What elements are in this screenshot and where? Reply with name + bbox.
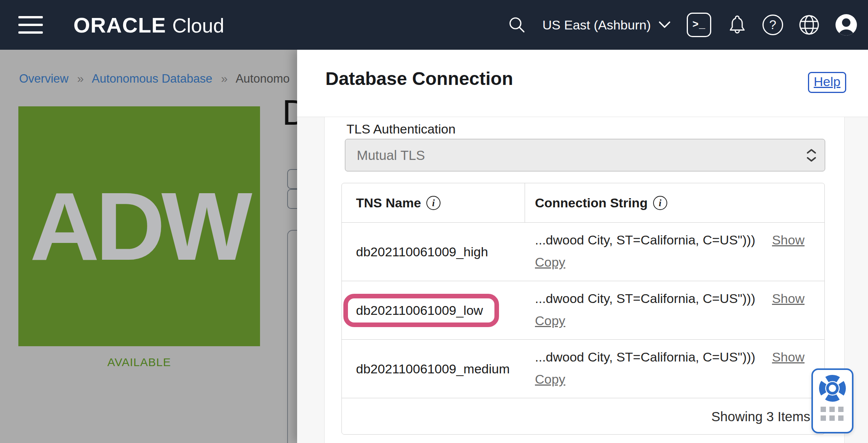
info-icon[interactable]: i bbox=[653, 196, 667, 210]
support-widget-button[interactable] bbox=[811, 368, 853, 433]
tls-select-value: Mutual TLS bbox=[357, 148, 425, 163]
cloud-shell-icon[interactable]: >_ bbox=[687, 13, 711, 37]
page-title: Database Connection bbox=[325, 68, 513, 89]
breadcrumb-autonomous-database-link[interactable]: Autonomous Database bbox=[92, 72, 212, 85]
topbar-actions: US East (Ashburn) >_ ? bbox=[508, 13, 857, 37]
column-header-tns-name: TNS Name i bbox=[356, 183, 441, 223]
select-spinner-icon bbox=[806, 148, 816, 162]
panel-header: Database Connection Help bbox=[297, 50, 868, 117]
connection-string-cell: ...dwood City, ST=California, C=US"))) S… bbox=[535, 340, 805, 398]
table-row: db202110061009_high ...dwood City, ST=Ca… bbox=[342, 223, 824, 281]
tls-authentication-label: TLS Authentication bbox=[346, 122, 455, 137]
tns-name-value: db202110061009_medium bbox=[356, 362, 510, 376]
panel-left-gutter bbox=[297, 117, 325, 443]
region-label: US East (Ashburn) bbox=[543, 18, 651, 33]
copy-link[interactable]: Copy bbox=[535, 372, 565, 386]
globe-language-icon[interactable] bbox=[798, 14, 820, 36]
region-selector[interactable]: US East (Ashburn) bbox=[543, 18, 671, 33]
table-header-row: TNS Name i Connection String i bbox=[342, 183, 824, 223]
show-link[interactable]: Show bbox=[772, 350, 805, 365]
connection-string-cell: ...dwood City, ST=California, C=US"))) S… bbox=[535, 223, 805, 281]
column-header-connection-string: Connection String i bbox=[535, 183, 667, 223]
panel-body: TLS Authentication Mutual TLS TNS Name bbox=[297, 117, 868, 443]
connection-string-value: ...dwood City, ST=California, C=US"))) bbox=[535, 233, 755, 248]
logo-cloud-text: Cloud bbox=[172, 14, 224, 37]
connection-string-value: ...dwood City, ST=California, C=US"))) bbox=[535, 350, 755, 365]
adw-database-tile: ADW bbox=[18, 106, 260, 346]
tls-authentication-select[interactable]: Mutual TLS bbox=[345, 139, 825, 171]
connection-string-cell: ...dwood City, ST=California, C=US"))) S… bbox=[535, 281, 805, 339]
adw-tile-label: ADW bbox=[30, 171, 249, 282]
tns-name-value: db202110061009_high bbox=[356, 244, 488, 259]
database-connection-panel: Database Connection Help TLS Authenticat… bbox=[297, 50, 868, 443]
notifications-bell-icon[interactable] bbox=[727, 14, 747, 36]
top-navbar: ORACLE Cloud US East (Ashburn) >_ bbox=[0, 0, 868, 50]
copy-link[interactable]: Copy bbox=[535, 313, 565, 328]
breadcrumb-separator: » bbox=[77, 72, 84, 85]
drag-handle-grid-icon bbox=[821, 407, 844, 421]
table-row: db202110061009_medium ...dwood City, ST=… bbox=[342, 340, 824, 398]
table-footer: Showing 3 Items bbox=[342, 398, 824, 435]
copy-link[interactable]: Copy bbox=[535, 255, 565, 269]
hamburger-menu-icon[interactable] bbox=[18, 16, 44, 34]
tns-table: TNS Name i Connection String i db2021100… bbox=[341, 183, 825, 435]
show-link[interactable]: Show bbox=[772, 291, 805, 306]
connection-string-value: ...dwood City, ST=California, C=US"))) bbox=[535, 291, 755, 306]
breadcrumb: Overview » Autonomous Database » Autonom… bbox=[19, 72, 289, 86]
item-count: Showing 3 Items bbox=[711, 409, 810, 424]
help-link[interactable]: Help bbox=[808, 72, 846, 93]
oracle-cloud-logo: ORACLE Cloud bbox=[73, 13, 224, 37]
table-row: db202110061009_low ...dwood City, ST=Cal… bbox=[342, 281, 824, 340]
screen: ORACLE Cloud US East (Ashburn) >_ bbox=[0, 0, 868, 443]
column-divider bbox=[525, 183, 525, 223]
breadcrumb-current: Autonomo bbox=[236, 72, 289, 85]
user-avatar[interactable] bbox=[835, 14, 857, 36]
help-question-icon[interactable]: ? bbox=[762, 15, 783, 35]
breadcrumb-separator: » bbox=[221, 72, 228, 85]
tns-name-value: db202110061009_low bbox=[356, 303, 483, 318]
show-link[interactable]: Show bbox=[772, 233, 805, 248]
status-badge: AVAILABLE bbox=[18, 356, 260, 369]
breadcrumb-overview-link[interactable]: Overview bbox=[19, 72, 68, 85]
lifebuoy-icon bbox=[817, 373, 848, 405]
search-icon[interactable] bbox=[508, 16, 526, 34]
logo-oracle-text: ORACLE bbox=[73, 13, 166, 37]
info-icon[interactable]: i bbox=[426, 196, 441, 210]
chevron-down-icon bbox=[658, 21, 671, 29]
